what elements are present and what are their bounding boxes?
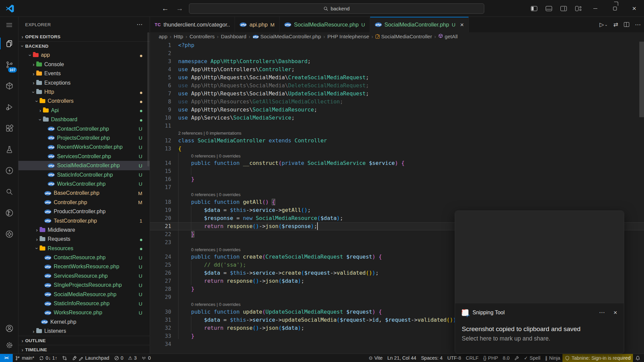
tree-folder-app[interactable]: ›app <box>18 51 150 60</box>
tree-folder-Events[interactable]: ›Events <box>18 69 150 78</box>
activity-item-extensions[interactable] <box>0 118 18 139</box>
code-line-18[interactable]: 18 public function getAll() { <box>150 198 644 206</box>
tree-file-RecentWorksResource-php[interactable]: phpRecentWorksResource.phpU <box>18 262 150 271</box>
status-notifications-bell[interactable] <box>633 354 643 362</box>
tree-file-Controller-php[interactable]: phpController.phpM <box>18 198 150 207</box>
status-tabnine[interactable]: Tabnine: Sign-in is required <box>562 354 633 362</box>
status-tools[interactable] <box>512 354 522 362</box>
activity-item-run-debug[interactable] <box>0 96 18 118</box>
tree-file-TestController-php[interactable]: phpTestController.php1 <box>18 216 150 225</box>
sidebar-section-timeline[interactable]: ›TIMELINE <box>18 345 150 354</box>
editor-scrollbar[interactable] <box>639 42 644 117</box>
activity-item-account[interactable] <box>0 320 18 337</box>
restore-button[interactable] <box>605 0 625 17</box>
tree-file-ProjectsController-php[interactable]: phpProjectsController.phpU <box>18 133 150 142</box>
tree-folder-Listeners[interactable]: ›Listeners <box>18 327 150 336</box>
code-line-4[interactable]: 4use App\Http\Controllers\Controller; <box>150 65 644 74</box>
code-line-17[interactable]: 17 <box>150 183 644 191</box>
tree-file-SocialMediaResource-php[interactable]: phpSocialMediaResource.phpU <box>18 290 150 299</box>
tree-file-ProductController-php[interactable]: phpProductController.php <box>18 207 150 216</box>
tree-file-SocialMediaController-php[interactable]: phpSocialMediaController.phpU <box>18 161 150 170</box>
activity-item-gitlens-inspect[interactable] <box>0 223 18 244</box>
activity-item-thunder-client[interactable] <box>0 160 18 181</box>
toggle-panel-button[interactable] <box>541 0 556 17</box>
code-line-3[interactable]: 3namespace App\Http\Controllers\Dashboar… <box>150 57 644 65</box>
status-git-branch[interactable]: main* <box>13 354 37 362</box>
tree-folder-Console[interactable]: ›Console <box>18 60 150 69</box>
code-line-1[interactable]: 1<?php <box>150 41 644 49</box>
breadcrumb-item-Controllers[interactable]: Controllers <box>190 34 215 40</box>
code-line-15[interactable]: 15 <box>150 167 644 175</box>
code-line-16[interactable]: 16 } <box>150 175 644 183</box>
remote-indicator[interactable]: >< <box>0 354 13 362</box>
tree-file-Kernel-php[interactable]: phpKernel.php <box>18 317 150 326</box>
toggle-secondary-sidebar-button[interactable] <box>556 0 571 17</box>
sidebar-section-backend[interactable]: ›BACKEND <box>18 41 150 50</box>
tree-folder-Resources[interactable]: ›Resources <box>18 244 150 253</box>
sidebar-section-outline[interactable]: ›OUTLINE <box>18 336 150 345</box>
breadcrumb-item-Dashboard[interactable]: Dashboard <box>221 34 246 40</box>
tree-file-StaticInfoController-php[interactable]: phpStaticInfoController.phpU <box>18 170 150 179</box>
breadcrumb-item-SocialMediaController-php[interactable]: phpSocialMediaController.php <box>253 34 321 40</box>
status-errors[interactable]: 0 <box>112 354 126 362</box>
status-launchpad[interactable]: Launchpad <box>69 354 112 362</box>
toggle-primary-sidebar-button[interactable] <box>527 0 541 17</box>
status-encoding[interactable]: UTF-8 <box>445 354 463 362</box>
run-php-file-button[interactable]: ▷⌄ <box>599 21 607 28</box>
activity-item-testing[interactable] <box>0 139 18 160</box>
tree-file-ServicesResource-php[interactable]: phpServicesResource.phpU <box>18 271 150 280</box>
toast-more-icon[interactable]: ⋯ <box>599 309 605 316</box>
tree-file-ContactController-php[interactable]: phpContactController.phpU <box>18 124 150 133</box>
code-line-12[interactable]: 12class SocialMediaController extends Co… <box>150 137 644 145</box>
explorer-more-actions-icon[interactable]: ⋯ <box>137 21 143 28</box>
tab-SocialMediaController-php[interactable]: phpSocialMediaController.phpU× <box>370 17 469 32</box>
code-line-9[interactable]: 9use App\Http\Resources\SocialMediaResou… <box>150 106 644 114</box>
activity-item-box[interactable] <box>0 75 18 96</box>
status-git-sync[interactable]: 0↓ 1↑ <box>37 354 60 362</box>
tree-file-RecentWorksController-php[interactable]: phpRecentWorksController.phpU <box>18 143 150 152</box>
breadcrumb-item-SocialMediaController[interactable]: SocialMediaController <box>376 34 432 40</box>
status-php-version[interactable]: 8.0 <box>500 354 512 362</box>
tree-folder-Requests[interactable]: ›Requests <box>18 235 150 244</box>
tree-file-WorksController-php[interactable]: phpWorksController.phpU <box>18 179 150 188</box>
screenshot-preview[interactable] <box>455 211 624 303</box>
codelens[interactable]: 2 references | 0 implementations <box>150 130 644 137</box>
code-line-13[interactable]: 13{ <box>150 145 644 153</box>
code-line-5[interactable]: 5use App\Http\Requests\SocialMedia\Creat… <box>150 74 644 82</box>
activity-item-search[interactable] <box>0 181 18 202</box>
tab-close-icon[interactable]: × <box>460 21 464 28</box>
compare-changes-icon[interactable]: ⇄ <box>613 21 618 28</box>
code-line-6[interactable]: 6use App\Http\Requests\SocialMedia\Delet… <box>150 82 644 90</box>
split-editor-button[interactable] <box>624 22 629 27</box>
tree-file-StaticInfoResource-php[interactable]: phpStaticInfoResource.phpU <box>18 299 150 308</box>
status-language-mode[interactable]: {}PHP <box>481 354 500 362</box>
code-line-11[interactable]: 11 <box>150 122 644 130</box>
breadcrumb-item-PHP-Intelephense[interactable]: PHP Intelephense <box>327 34 369 40</box>
editor-more-actions-icon[interactable]: ⋯ <box>635 21 641 28</box>
sidebar-scrollbar[interactable] <box>147 32 149 167</box>
tree-file-WorksResource-php[interactable]: phpWorksResource.phpU <box>18 308 150 317</box>
breadcrumb-item-getAll[interactable]: getAll <box>438 34 458 40</box>
tree-folder-Api[interactable]: ›Api <box>18 106 150 115</box>
customize-layout-button[interactable] <box>571 0 586 17</box>
activity-item-menu[interactable] <box>0 17 18 33</box>
status-ninja[interactable]: ∥Ninja <box>543 354 562 362</box>
tree-folder-Http[interactable]: ›Http <box>18 87 150 96</box>
sidebar-section-open-editors[interactable]: ›OPEN EDITORS <box>18 32 150 41</box>
code-line-8[interactable]: 8use App\Http\Resources\GetAllSocialMedi… <box>150 98 644 106</box>
activity-item-gitlens[interactable] <box>0 202 18 223</box>
tab-SocialMediaResource-php[interactable]: phpSocialMediaResource.phpU <box>280 17 370 32</box>
tree-folder-Exceptions[interactable]: ›Exceptions <box>18 78 150 87</box>
tab-api-php[interactable]: phpapi.phpM <box>235 17 280 32</box>
tree-file-SIngleProjectsResource-php[interactable]: phpSIngleProjectsResource.phpU <box>18 281 150 290</box>
status-cursor-position[interactable]: Ln 21, Col 44 <box>385 354 418 362</box>
status-vite[interactable]: ⊙Vite <box>366 354 385 362</box>
status-eol[interactable]: CRLF <box>463 354 481 362</box>
tree-file-ServicesController-php[interactable]: phpServicesController.phpU <box>18 152 150 161</box>
activity-item-source-control[interactable]: 107 <box>0 54 18 75</box>
code-line-2[interactable]: 2 <box>150 49 644 57</box>
nav-forward-icon[interactable]: → <box>176 4 183 12</box>
tree-file-ContactResource-php[interactable]: phpContactResource.phpU <box>18 253 150 262</box>
command-center-search[interactable]: backend <box>189 3 484 14</box>
tree-folder-Controllers[interactable]: ›Controllers <box>18 97 150 106</box>
